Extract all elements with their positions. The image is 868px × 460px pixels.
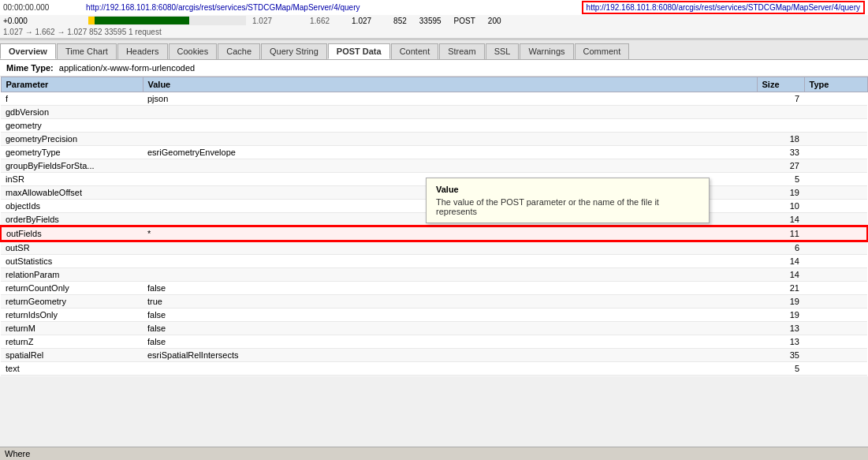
tooltip: Value The value of the POST parameter or…: [426, 178, 710, 223]
cell-type: [804, 268, 867, 282]
cell-type: [804, 213, 867, 227]
table-row[interactable]: returnGeometrytrue19: [1, 295, 867, 309]
cell-parameter: orderByFields: [1, 213, 143, 227]
cell-type: [804, 92, 867, 106]
tabs-bar: Overview Time Chart Headers Cookies Cach…: [0, 40, 868, 60]
cell-type: [804, 159, 867, 173]
table-row[interactable]: time5: [1, 376, 867, 377]
tooltip-text: The value of the POST parameter or the n…: [436, 197, 699, 216]
table-row[interactable]: relationParam14: [1, 268, 867, 282]
cell-value: [143, 268, 757, 282]
cell-value: esriSpatialRelIntersects: [143, 349, 757, 362]
cell-size: 10: [757, 200, 804, 213]
timeline-row: +0.000 1.027 1.662 1.027 852 33595 POST …: [0, 15, 868, 26]
table-row[interactable]: returnIdsOnlyfalse19: [1, 309, 867, 322]
cell-parameter: geometry: [1, 119, 143, 133]
cell-type: [804, 200, 867, 213]
cell-type: [804, 241, 867, 255]
cell-value: [143, 106, 757, 119]
table-row[interactable]: returnMfalse13: [1, 322, 867, 335]
post-data-table: Parameter Value Size Type fpjson7gdbVers…: [0, 77, 868, 376]
cell-parameter: relationParam: [1, 268, 143, 282]
table-row[interactable]: outStatistics14: [1, 255, 867, 268]
tab-headers[interactable]: Headers: [117, 43, 168, 59]
cell-value: [143, 376, 757, 377]
table-row[interactable]: geometryTypeesriGeometryEnvelope33: [1, 146, 867, 159]
url-result-highlighted[interactable]: http://192.168.101.8:6080/arcgis/rest/se…: [582, 1, 865, 14]
cell-size: 13: [757, 335, 804, 349]
cell-value: false: [143, 309, 757, 322]
table-row[interactable]: spatialRelesriSpatialRelIntersects35: [1, 349, 867, 362]
cell-parameter: returnGeometry: [1, 295, 143, 309]
cell-parameter: returnZ: [1, 335, 143, 349]
table-row[interactable]: text5: [1, 362, 867, 376]
timeline-yellow: [88, 17, 95, 24]
cell-size: 35: [757, 349, 804, 362]
tooltip-title: Value: [436, 185, 699, 194]
tab-time-chart[interactable]: Time Chart: [57, 43, 117, 59]
table-row[interactable]: gdbVersion: [1, 106, 867, 119]
table-header-row: Parameter Value Size Type: [1, 77, 867, 92]
table-row[interactable]: fpjson7: [1, 92, 867, 106]
table-row[interactable]: returnZfalse13: [1, 335, 867, 349]
table-row[interactable]: outFields*11: [1, 226, 867, 241]
cell-type: [804, 335, 867, 349]
cell-size: 19: [757, 309, 804, 322]
cell-type: [804, 295, 867, 309]
cell-type: [804, 226, 867, 241]
table-row[interactable]: returnCountOnlyfalse21: [1, 282, 867, 295]
cell-size: 5: [757, 376, 804, 377]
tab-warnings[interactable]: Warnings: [520, 43, 573, 59]
cell-value: [143, 159, 757, 173]
cell-size: 14: [757, 268, 804, 282]
tab-cache[interactable]: Cache: [218, 43, 260, 59]
cell-value: [143, 362, 757, 376]
sent-val: 1.027: [352, 17, 371, 25]
tab-comment[interactable]: Comment: [575, 43, 630, 59]
cell-size: [757, 106, 804, 119]
timeline-label1: 1.027: [252, 17, 272, 25]
cell-value: [143, 133, 757, 146]
table-row[interactable]: groupByFieldsForSta...27: [1, 159, 867, 173]
col-header-size: Size: [757, 77, 804, 92]
cell-size: 5: [757, 362, 804, 376]
col-header-type: Type: [804, 77, 867, 92]
summary-row: 1.027 → 1.662 → 1.027 852 33595 1 reques…: [0, 26, 868, 39]
cell-parameter: groupByFieldsForSta...: [1, 159, 143, 173]
table-row[interactable]: geometryPrecision18: [1, 133, 867, 146]
cell-type: [804, 322, 867, 335]
tab-cookies[interactable]: Cookies: [169, 43, 218, 59]
tab-overview[interactable]: Overview: [0, 43, 56, 59]
received-val: 852: [393, 17, 407, 25]
cell-type: [804, 376, 867, 377]
timeline-bar: [88, 16, 246, 25]
tab-query-string[interactable]: Query String: [261, 43, 327, 59]
table-wrapper[interactable]: Parameter Value Size Type fpjson7gdbVers…: [0, 77, 868, 376]
cell-parameter: maxAllowableOffset: [1, 186, 143, 200]
cell-size: 33: [757, 146, 804, 159]
cell-type: [804, 362, 867, 376]
cell-type: [804, 255, 867, 268]
table-row[interactable]: outSR6: [1, 241, 867, 255]
table-row[interactable]: geometry: [1, 119, 867, 133]
cell-parameter: outSR: [1, 241, 143, 255]
request-row: 00:00:00.000 http://192.168.101.8:6080/a…: [0, 0, 868, 15]
mime-value: application/x-www-form-urlencoded: [59, 63, 195, 73]
mime-line: Mime Type: application/x-www-form-urlenc…: [0, 60, 868, 77]
cell-size: 7: [757, 92, 804, 106]
cell-type: [804, 309, 867, 322]
tab-post-data[interactable]: POST Data: [328, 43, 390, 59]
tab-content[interactable]: Content: [391, 43, 439, 59]
cell-size: 6: [757, 241, 804, 255]
request-time: 00:00:00.000: [3, 3, 80, 12]
top-section: 00:00:00.000 http://192.168.101.8:6080/a…: [0, 0, 868, 40]
tab-stream[interactable]: Stream: [439, 43, 484, 59]
cell-type: [804, 133, 867, 146]
cell-value: true: [143, 295, 757, 309]
request-url[interactable]: http://192.168.101.8:6080/arcgis/rest/se…: [86, 3, 359, 12]
method-val: POST: [454, 17, 475, 25]
cell-parameter: geometryType: [1, 146, 143, 159]
tab-ssl[interactable]: SSL: [486, 43, 520, 59]
timeline-label2: 1.662: [310, 17, 330, 25]
cell-type: [804, 119, 867, 133]
